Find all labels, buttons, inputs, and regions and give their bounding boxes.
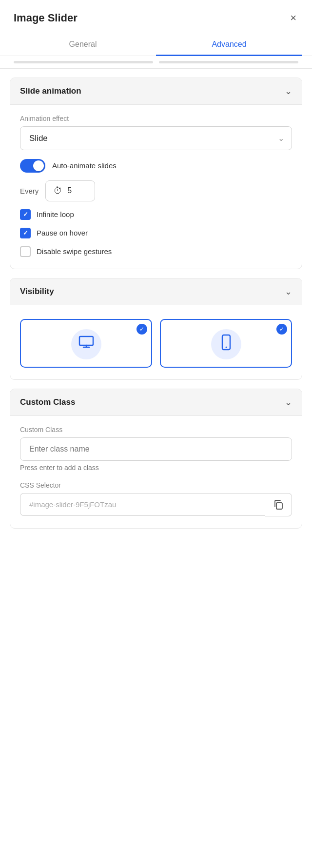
- infinite-loop-checkbox[interactable]: ✓: [20, 209, 31, 220]
- custom-class-chevron-icon: ⌄: [285, 397, 292, 408]
- toggle-knob: [33, 160, 44, 171]
- pause-on-hover-check-icon: ✓: [23, 229, 28, 237]
- visibility-header[interactable]: Visibility ⌄: [10, 278, 302, 305]
- slide-animation-header[interactable]: Slide animation ⌄: [10, 78, 302, 105]
- css-selector-label: CSS Selector: [20, 481, 292, 489]
- visibility-mobile-option[interactable]: ✓: [160, 319, 292, 368]
- custom-class-section: Custom Class ⌄ Custom Class Press enter …: [10, 389, 302, 529]
- visibility-desktop-check-icon: ✓: [136, 324, 147, 335]
- infinite-loop-row: ✓ Infinite loop: [20, 209, 292, 220]
- visibility-desktop-option[interactable]: ✓: [20, 319, 152, 368]
- visibility-chevron-icon: ⌄: [285, 286, 292, 297]
- custom-class-title: Custom Class: [20, 397, 75, 407]
- infinite-loop-label: Infinite loop: [37, 210, 74, 218]
- svg-point-2: [225, 347, 227, 348]
- animation-effect-select[interactable]: Slide Fade Zoom: [20, 126, 292, 150]
- close-button[interactable]: ×: [288, 11, 298, 25]
- auto-animate-row: Auto-animate slides: [20, 159, 292, 173]
- scroll-hint: [0, 56, 312, 69]
- disable-swipe-row: Disable swipe gestures: [20, 246, 292, 257]
- auto-animate-toggle[interactable]: [20, 159, 45, 173]
- css-selector-row: [20, 493, 292, 516]
- slide-animation-body: Animation effect Slide Fade Zoom ⌄ Auto-…: [10, 105, 302, 269]
- every-label: Every: [20, 187, 39, 195]
- tab-advanced[interactable]: Advanced: [156, 33, 302, 56]
- auto-animate-label: Auto-animate slides: [52, 161, 117, 170]
- tab-bar: General Advanced: [0, 33, 312, 56]
- css-selector-input[interactable]: [20, 493, 265, 516]
- pause-on-hover-row: ✓ Pause on hover: [20, 228, 292, 238]
- panel-title: Image Slider: [14, 12, 78, 24]
- disable-swipe-label: Disable swipe gestures: [37, 247, 112, 256]
- infinite-loop-check-icon: ✓: [23, 211, 28, 218]
- tab-general[interactable]: General: [10, 33, 156, 56]
- pause-on-hover-checkbox[interactable]: ✓: [20, 228, 31, 238]
- animation-effect-select-wrapper: Slide Fade Zoom ⌄: [20, 126, 292, 150]
- visibility-desktop-icon-circle: [71, 329, 101, 359]
- every-value-input[interactable]: [67, 186, 87, 195]
- visibility-title: Visibility: [20, 287, 54, 296]
- visibility-mobile-check-icon: ✓: [276, 324, 287, 335]
- svg-rect-3: [276, 503, 282, 509]
- custom-class-body: Custom Class Press enter to add a class …: [10, 416, 302, 528]
- every-row: Every ⏱: [20, 180, 292, 201]
- disable-swipe-checkbox[interactable]: [20, 246, 31, 257]
- visibility-section: Visibility ⌄ ✓: [10, 278, 302, 380]
- timer-icon: ⏱: [54, 186, 62, 196]
- scroll-bar-2: [159, 61, 298, 63]
- slide-animation-chevron-icon: ⌄: [285, 86, 292, 97]
- slide-animation-title: Slide animation: [20, 86, 81, 96]
- slide-animation-section: Slide animation ⌄ Animation effect Slide…: [10, 78, 302, 269]
- svg-rect-0: [79, 336, 93, 345]
- animation-effect-label: Animation effect: [20, 115, 292, 122]
- every-input-box: ⏱: [45, 180, 95, 201]
- custom-class-input[interactable]: [20, 437, 292, 461]
- mobile-icon: [217, 334, 235, 355]
- visibility-options: ✓ ✓: [20, 319, 292, 368]
- pause-on-hover-label: Pause on hover: [37, 229, 88, 237]
- desktop-icon: [78, 334, 95, 355]
- panel-header: Image Slider ×: [0, 0, 312, 33]
- scroll-bar-1: [14, 61, 153, 63]
- visibility-mobile-icon-circle: [211, 329, 241, 359]
- custom-class-header[interactable]: Custom Class ⌄: [10, 389, 302, 416]
- visibility-body: ✓ ✓: [10, 305, 302, 379]
- custom-class-hint: Press enter to add a class: [20, 464, 292, 472]
- copy-selector-button[interactable]: [265, 493, 292, 516]
- custom-class-field-label: Custom Class: [20, 426, 292, 434]
